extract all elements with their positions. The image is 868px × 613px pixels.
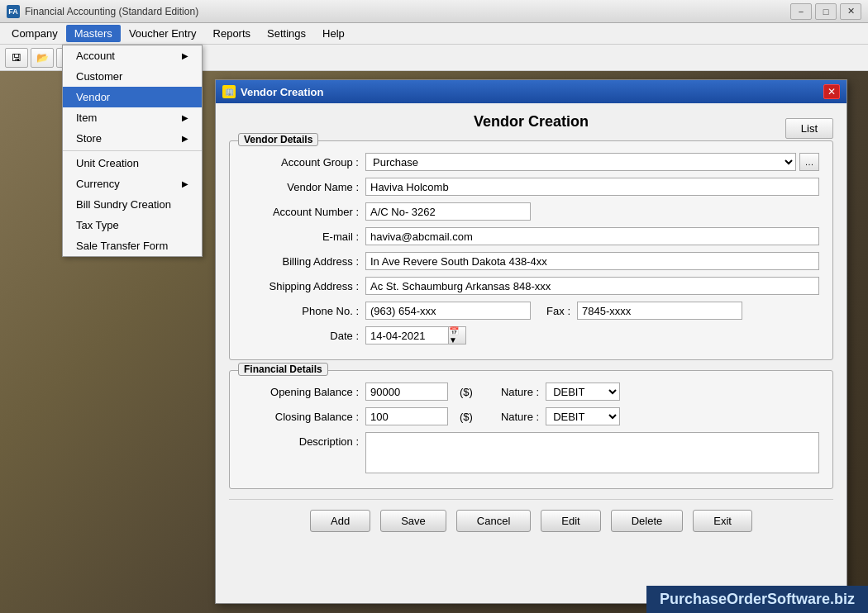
exit-button[interactable]: Exit <box>693 510 752 532</box>
dropdown-bill-sundry[interactable]: Bill Sundry Creation <box>63 194 202 215</box>
account-number-label: Account Number : <box>243 206 359 218</box>
opening-currency: ($) <box>460 386 473 398</box>
dropdown-vendor-label: Vendor <box>76 91 110 103</box>
opening-nature-select[interactable]: DEBIT CREDIT <box>546 383 620 401</box>
billing-address-row: Billing Address : <box>243 252 819 270</box>
dropdown-unit-creation[interactable]: Unit Creation <box>63 153 202 173</box>
vendor-creation-dialog: 🏢 Vendor Creation ✕ Vendor Creation List… <box>215 79 847 604</box>
dropdown-tax-type-label: Tax Type <box>76 219 119 231</box>
phone-input[interactable] <box>365 302 531 320</box>
dropdown-item-label: Item <box>76 112 97 124</box>
email-row: E-mail : <box>243 227 819 245</box>
maximize-button[interactable]: □ <box>815 3 837 20</box>
fax-input[interactable] <box>577 302 742 320</box>
shipping-address-label: Shipping Address : <box>243 280 359 292</box>
dropdown-account-label: Account <box>76 50 115 62</box>
dialog-icon: 🏢 <box>222 85 236 98</box>
item-arrow-icon: ▶ <box>182 113 188 122</box>
dropdown-bill-sundry-label: Bill Sundry Creation <box>76 198 171 211</box>
app-icon: FA <box>7 5 20 18</box>
title-bar: FA Financial Accounting (Standard Editio… <box>0 0 868 23</box>
closing-balance-input[interactable] <box>365 407 448 425</box>
dropdown-account[interactable]: Account ▶ <box>63 45 202 66</box>
currency-arrow-icon: ▶ <box>182 179 188 188</box>
description-row: Description : <box>243 432 819 473</box>
closing-balance-row: Closing Balance : ($) Nature : DEBIT CRE… <box>243 407 819 425</box>
closing-nature-select[interactable]: DEBIT CREDIT <box>546 407 620 425</box>
date-wrapper: 📅▼ <box>365 326 466 345</box>
opening-balance-label: Opening Balance : <box>243 386 359 398</box>
dropdown-unit-creation-label: Unit Creation <box>76 157 139 169</box>
account-group-row: Account Group : Purchase Sales Cash Bank… <box>243 153 819 171</box>
account-arrow-icon: ▶ <box>182 51 188 60</box>
app-close-button[interactable]: ✕ <box>840 3 861 20</box>
menu-reports[interactable]: Reports <box>205 25 260 42</box>
fax-label: Fax : <box>537 305 570 317</box>
menu-company[interactable]: Company <box>3 25 66 42</box>
dropdown-item[interactable]: Item ▶ <box>63 107 202 128</box>
billing-address-input[interactable] <box>365 252 819 270</box>
add-button[interactable]: Add <box>310 510 370 532</box>
dropdown-vendor[interactable]: Vendor <box>63 87 202 107</box>
phone-label: Phone No. : <box>243 305 359 317</box>
account-group-label: Account Group : <box>243 156 359 169</box>
dropdown-tax-type[interactable]: Tax Type <box>63 215 202 235</box>
email-input[interactable] <box>365 227 819 245</box>
financial-details-legend: Financial Details <box>238 363 328 376</box>
dialog-titlebar: 🏢 Vendor Creation ✕ <box>216 80 847 103</box>
watermark: PurchaseOrderSoftware.biz <box>646 586 868 613</box>
dropdown-customer[interactable]: Customer <box>63 66 202 87</box>
dropdown-customer-label: Customer <box>76 70 122 83</box>
vendor-name-row: Vendor Name : <box>243 178 819 196</box>
account-number-row: Account Number : <box>243 202 819 221</box>
account-group-wrapper: Purchase Sales Cash Bank … <box>365 153 819 171</box>
dropdown-currency-label: Currency <box>76 178 120 190</box>
vendor-name-input[interactable] <box>365 178 819 196</box>
account-group-browse-button[interactable]: … <box>799 153 819 171</box>
email-label: E-mail : <box>243 230 359 243</box>
closing-nature-label: Nature : <box>501 411 539 423</box>
shipping-address-input[interactable] <box>365 277 819 295</box>
dropdown-sale-transfer-label: Sale Transfer Form <box>76 240 168 252</box>
edit-button[interactable]: Edit <box>541 510 600 532</box>
separator-1 <box>63 150 202 151</box>
menu-settings[interactable]: Settings <box>259 25 314 42</box>
date-picker-button[interactable]: 📅▼ <box>448 326 466 345</box>
open-button[interactable]: 📂 <box>31 48 54 68</box>
menu-masters[interactable]: Masters <box>66 25 121 42</box>
opening-balance-input[interactable] <box>365 383 448 401</box>
menu-help[interactable]: Help <box>314 25 353 42</box>
app-title: Financial Accounting (Standard Edition) <box>25 6 198 17</box>
description-label: Description : <box>243 432 359 448</box>
closing-balance-label: Closing Balance : <box>243 411 359 423</box>
dialog-title-text: Vendor Creation <box>241 86 323 98</box>
dialog-content: Vendor Creation List Vendor Details Acco… <box>216 103 847 603</box>
menu-bar: Company Masters Voucher Entry Reports Se… <box>0 23 868 45</box>
dialog-buttons: Add Save Cancel Edit Delete Exit <box>229 499 833 539</box>
account-group-select[interactable]: Purchase Sales Cash Bank <box>365 153 796 171</box>
description-textarea[interactable] <box>365 432 819 473</box>
new-button[interactable]: 🖫 <box>5 48 28 68</box>
shipping-address-row: Shipping Address : <box>243 277 819 295</box>
dropdown-sale-transfer[interactable]: Sale Transfer Form <box>63 235 202 256</box>
minimize-button[interactable]: − <box>790 3 812 20</box>
opening-balance-row: Opening Balance : ($) Nature : DEBIT CRE… <box>243 383 819 401</box>
dropdown-currency[interactable]: Currency ▶ <box>63 173 202 194</box>
menu-voucher-entry[interactable]: Voucher Entry <box>121 25 205 42</box>
financial-details-section: Financial Details Opening Balance : ($) … <box>229 370 833 489</box>
dropdown-store[interactable]: Store ▶ <box>63 128 202 149</box>
account-number-input[interactable] <box>365 202 531 221</box>
list-button[interactable]: List <box>785 118 833 139</box>
date-row: Date : 📅▼ <box>243 326 819 345</box>
dialog-close-button[interactable]: ✕ <box>823 84 840 99</box>
masters-dropdown: Account ▶ Customer Vendor Item ▶ Store ▶… <box>62 45 203 257</box>
closing-currency: ($) <box>460 411 473 423</box>
vendor-name-label: Vendor Name : <box>243 181 359 193</box>
delete-button[interactable]: Delete <box>611 510 684 532</box>
date-input[interactable] <box>365 326 448 345</box>
vendor-details-section: Vendor Details Account Group : Purchase … <box>229 140 833 360</box>
save-button[interactable]: Save <box>380 510 446 532</box>
cancel-button[interactable]: Cancel <box>456 510 531 532</box>
opening-nature-label: Nature : <box>501 386 539 398</box>
dialog-heading: Vendor Creation <box>229 113 833 131</box>
